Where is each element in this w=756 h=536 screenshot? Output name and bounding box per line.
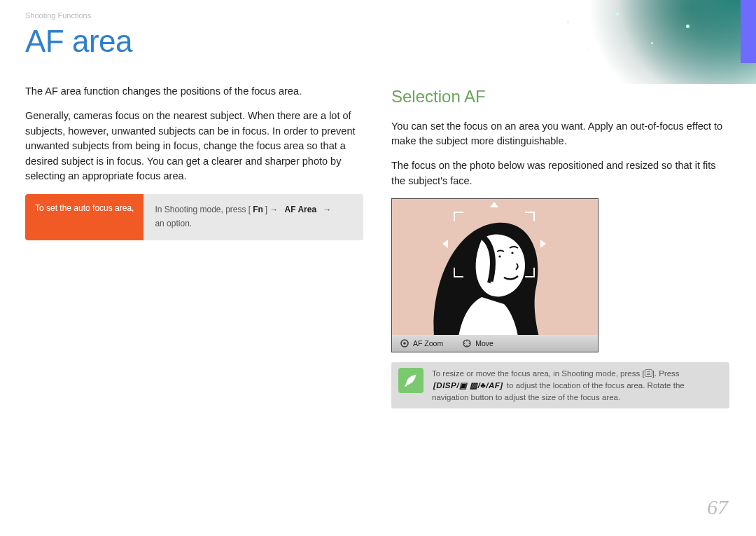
tip-box: To resize or move the focus area, in Sho… <box>391 362 729 408</box>
selection-paragraph-2: The focus on the photo below was reposit… <box>391 158 729 188</box>
chevron-up-icon <box>490 202 498 207</box>
sample-controls-bar: AF Zoom Move <box>392 335 598 352</box>
instruction-body: In Shooting mode, press [Fn] → AF Area →… <box>144 194 363 241</box>
manual-page: Shooting Functions AF area The AF area f… <box>0 0 756 536</box>
grid-key-icon <box>645 369 652 377</box>
instruction-label: To set the auto focus area, <box>25 194 144 241</box>
af-zoom-label: AF Zoom <box>413 338 443 350</box>
instruction-text: ] <box>265 204 267 217</box>
sample-photo: AF Zoom Move <box>391 198 598 352</box>
selection-paragraph-1: You can set the focus on an area you wan… <box>391 119 729 149</box>
tip-text-part: To resize or move the focus area, in Sho… <box>432 369 645 378</box>
svg-point-4 <box>403 343 406 345</box>
section-subhead: Selection AF <box>391 84 729 109</box>
intro-paragraph: The AF area function changes the positio… <box>25 84 363 99</box>
breadcrumb: Shooting Functions <box>25 11 91 20</box>
section-tab <box>741 0 756 63</box>
af-selection-box <box>454 212 535 277</box>
dial-icon <box>400 339 409 348</box>
instruction-text: In Shooting mode, press [ <box>155 204 251 217</box>
right-column: Selection AF You can set the focus on an… <box>391 84 729 408</box>
page-title: AF area <box>25 24 132 59</box>
body-paragraph: Generally, cameras focus on the nearest … <box>25 109 363 184</box>
instruction-row: To set the auto focus area, In Shooting … <box>25 194 363 241</box>
af-area-key: AF Area <box>285 204 317 217</box>
af-zoom-indicator: AF Zoom <box>400 338 443 350</box>
tip-text-part: ]. Press <box>652 369 680 378</box>
chevron-down-icon <box>490 282 498 287</box>
page-number: 67 <box>707 495 728 519</box>
pen-icon <box>398 368 424 393</box>
dpad-icon <box>463 339 471 348</box>
sample-image-area <box>392 199 598 335</box>
arrow-icon: → <box>323 204 331 217</box>
instruction-text: an option. <box>155 218 192 231</box>
decorative-corner <box>539 0 756 84</box>
nav-keys-label: [DISP/▣ ▨/♣/AF] <box>432 380 505 392</box>
tip-text: To resize or move the focus area, in Sho… <box>432 368 722 403</box>
left-column: The AF area function changes the positio… <box>25 84 363 408</box>
fn-key: Fn <box>253 204 263 217</box>
move-label: Move <box>475 338 493 350</box>
move-indicator: Move <box>463 338 493 350</box>
chevron-right-icon <box>540 240 546 248</box>
arrow-icon: → <box>270 204 278 217</box>
content-columns: The AF area function changes the positio… <box>25 84 729 408</box>
chevron-left-icon <box>442 240 448 248</box>
